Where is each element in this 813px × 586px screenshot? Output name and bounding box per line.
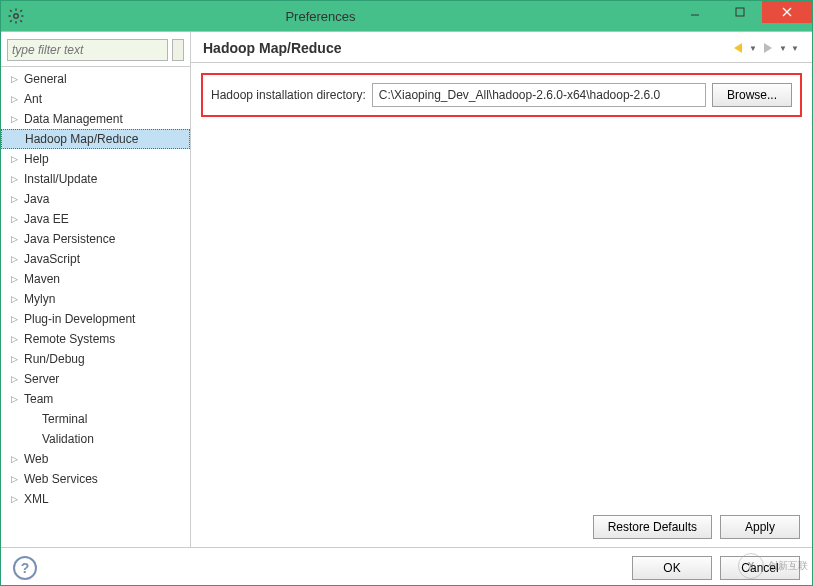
ok-button[interactable]: OK: [632, 556, 712, 580]
window-controls: [672, 1, 812, 31]
tree-item-java-persistence[interactable]: ▷Java Persistence: [1, 229, 190, 249]
tree-item-team[interactable]: ▷Team: [1, 389, 190, 409]
tree-item-label: Java EE: [24, 212, 69, 226]
browse-button[interactable]: Browse...: [712, 83, 792, 107]
install-dir-label: Hadoop installation directory:: [211, 88, 366, 102]
tree-item-java[interactable]: ▷Java: [1, 189, 190, 209]
main-header: Hadoop Map/Reduce ▼ ▼ ▼: [191, 32, 812, 63]
tree-item-run-debug[interactable]: ▷Run/Debug: [1, 349, 190, 369]
tree-item-plug-in-development[interactable]: ▷Plug-in Development: [1, 309, 190, 329]
tree-item-data-management[interactable]: ▷Data Management: [1, 109, 190, 129]
chevron-right-icon[interactable]: ▷: [11, 374, 21, 384]
chevron-right-icon[interactable]: ▷: [11, 174, 21, 184]
chevron-right-icon[interactable]: ▷: [11, 394, 21, 404]
tree-item-help[interactable]: ▷Help: [1, 149, 190, 169]
tree-item-label: Hadoop Map/Reduce: [25, 132, 138, 146]
tree-item-validation[interactable]: ▷Validation: [1, 429, 190, 449]
tree-item-label: Validation: [42, 432, 94, 446]
chevron-right-icon[interactable]: ▷: [11, 234, 21, 244]
tree-item-server[interactable]: ▷Server: [1, 369, 190, 389]
chevron-right-icon[interactable]: ▷: [11, 214, 21, 224]
preferences-tree[interactable]: ▷General▷Ant▷Data Management▷Hadoop Map/…: [1, 67, 190, 547]
back-menu-icon[interactable]: ▼: [748, 40, 758, 56]
bottom-bar: ? OK Cancel: [1, 547, 812, 586]
chevron-right-icon[interactable]: ▷: [11, 474, 21, 484]
tree-item-remote-systems[interactable]: ▷Remote Systems: [1, 329, 190, 349]
main-panel: Hadoop Map/Reduce ▼ ▼ ▼ Hadoop installat…: [191, 32, 812, 547]
filter-clear-button[interactable]: [172, 39, 184, 61]
content-area: ▷General▷Ant▷Data Management▷Hadoop Map/…: [1, 31, 812, 547]
filter-input[interactable]: [7, 39, 168, 61]
tree-item-web[interactable]: ▷Web: [1, 449, 190, 469]
chevron-right-icon[interactable]: ▷: [11, 154, 21, 164]
tree-item-label: Maven: [24, 272, 60, 286]
forward-menu-icon[interactable]: ▼: [778, 40, 788, 56]
filter-row: [1, 32, 190, 67]
title-bar: Preferences: [1, 1, 812, 31]
chevron-right-icon[interactable]: ▷: [11, 334, 21, 344]
apply-button[interactable]: Apply: [720, 515, 800, 539]
chevron-right-icon[interactable]: ▷: [11, 114, 21, 124]
tree-item-hadoop-map-reduce[interactable]: ▷Hadoop Map/Reduce: [1, 129, 190, 149]
chevron-right-icon[interactable]: ▷: [11, 494, 21, 504]
back-icon[interactable]: [730, 40, 746, 56]
tree-item-label: Terminal: [42, 412, 87, 426]
sidebar: ▷General▷Ant▷Data Management▷Hadoop Map/…: [1, 32, 191, 547]
chevron-right-icon[interactable]: ▷: [11, 354, 21, 364]
main-body: Hadoop installation directory: Browse...: [191, 63, 812, 507]
chevron-right-icon[interactable]: ▷: [11, 254, 21, 264]
tree-item-label: Help: [24, 152, 49, 166]
svg-rect-2: [736, 8, 744, 16]
window-title: Preferences: [0, 9, 672, 24]
chevron-right-icon[interactable]: ▷: [11, 294, 21, 304]
tree-item-label: Team: [24, 392, 53, 406]
tree-item-web-services[interactable]: ▷Web Services: [1, 469, 190, 489]
minimize-button[interactable]: [672, 1, 717, 23]
tree-item-ant[interactable]: ▷Ant: [1, 89, 190, 109]
maximize-button[interactable]: [717, 1, 762, 23]
tree-item-javascript[interactable]: ▷JavaScript: [1, 249, 190, 269]
highlighted-section: Hadoop installation directory: Browse...: [201, 73, 802, 117]
tree-item-xml[interactable]: ▷XML: [1, 489, 190, 509]
tree-item-terminal[interactable]: ▷Terminal: [1, 409, 190, 429]
tree-item-mylyn[interactable]: ▷Mylyn: [1, 289, 190, 309]
tree-item-label: Install/Update: [24, 172, 97, 186]
chevron-right-icon[interactable]: ▷: [11, 74, 21, 84]
chevron-right-icon[interactable]: ▷: [11, 454, 21, 464]
tree-item-java-ee[interactable]: ▷Java EE: [1, 209, 190, 229]
tree-item-label: Ant: [24, 92, 42, 106]
tree-item-label: Web: [24, 452, 48, 466]
chevron-right-icon[interactable]: ▷: [11, 274, 21, 284]
main-footer: Restore Defaults Apply: [191, 507, 812, 547]
close-button[interactable]: [762, 1, 812, 23]
tree-item-label: JavaScript: [24, 252, 80, 266]
tree-item-label: Mylyn: [24, 292, 55, 306]
cancel-button[interactable]: Cancel: [720, 556, 800, 580]
chevron-right-icon[interactable]: ▷: [11, 94, 21, 104]
tree-item-label: Plug-in Development: [24, 312, 135, 326]
tree-item-label: Web Services: [24, 472, 98, 486]
tree-item-label: XML: [24, 492, 49, 506]
page-title: Hadoop Map/Reduce: [203, 40, 728, 56]
tree-item-install-update[interactable]: ▷Install/Update: [1, 169, 190, 189]
tree-item-label: Remote Systems: [24, 332, 115, 346]
forward-icon[interactable]: [760, 40, 776, 56]
tree-item-label: Run/Debug: [24, 352, 85, 366]
tree-item-general[interactable]: ▷General: [1, 69, 190, 89]
install-dir-input[interactable]: [372, 83, 706, 107]
tree-item-label: Java: [24, 192, 49, 206]
tree-item-label: Java Persistence: [24, 232, 115, 246]
chevron-right-icon[interactable]: ▷: [11, 314, 21, 324]
tree-item-maven[interactable]: ▷Maven: [1, 269, 190, 289]
view-menu-icon[interactable]: ▼: [790, 40, 800, 56]
tree-item-label: Data Management: [24, 112, 123, 126]
tree-item-label: Server: [24, 372, 59, 386]
tree-item-label: General: [24, 72, 67, 86]
help-icon[interactable]: ?: [13, 556, 37, 580]
chevron-right-icon[interactable]: ▷: [11, 194, 21, 204]
restore-defaults-button[interactable]: Restore Defaults: [593, 515, 712, 539]
